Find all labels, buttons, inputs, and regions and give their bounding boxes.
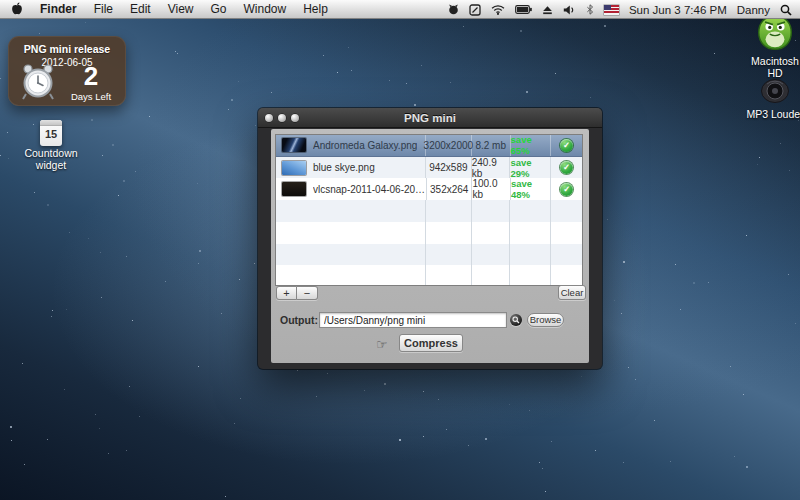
window-close-button[interactable] — [265, 114, 273, 122]
file-dimensions: 942x589 — [429, 162, 467, 173]
desktop-icon-macintosh-hd[interactable]: Macintosh HD — [745, 12, 800, 79]
mp3-louder-label: MP3 Louder — [745, 109, 800, 121]
check-icon[interactable]: ✓ — [560, 183, 573, 196]
file-size: 100.0 kb — [472, 178, 510, 200]
remove-file-button[interactable]: − — [297, 286, 318, 300]
menu-clock[interactable]: Sun Jun 3 7:46 PM — [629, 4, 727, 16]
eject-icon[interactable] — [542, 5, 553, 15]
calendar-day: 15 — [40, 126, 62, 143]
file-save-percent: save 65% — [511, 134, 551, 156]
file-save-percent: save 29% — [510, 157, 550, 179]
menu-view[interactable]: View — [168, 2, 194, 16]
desktop: Finder File Edit View Go Window Help — [0, 0, 800, 500]
file-dimensions: 352x264 — [430, 184, 468, 195]
wifi-icon[interactable] — [491, 4, 505, 15]
clear-button[interactable]: Clear — [558, 285, 586, 300]
file-size: 240.9 kb — [472, 157, 510, 179]
empty-table-row — [276, 200, 582, 222]
window-title: PNG mini — [404, 112, 456, 124]
table-row[interactable]: Andromeda Galaxy.png 3200x2000 8.2 mb sa… — [276, 135, 582, 157]
menu-edit[interactable]: Edit — [130, 2, 151, 16]
monster-drive-icon — [754, 42, 796, 54]
window-zoom-button[interactable] — [291, 114, 299, 122]
bluetooth-icon[interactable] — [586, 4, 594, 15]
check-icon[interactable]: ✓ — [560, 161, 573, 174]
output-row: Output: Browse — [271, 312, 589, 328]
calendar-icon: 15 — [40, 120, 62, 146]
output-label: Output: — [280, 314, 316, 326]
window-titlebar[interactable]: PNG mini — [258, 108, 602, 128]
menu-user[interactable]: Danny — [737, 4, 770, 16]
us-flag-icon[interactable] — [604, 5, 619, 15]
widget-days-value: 2 — [60, 62, 122, 90]
file-table: Andromeda Galaxy.png 3200x2000 8.2 mb sa… — [275, 134, 583, 286]
compress-button[interactable]: Compress — [399, 334, 463, 352]
browse-button[interactable]: Browse — [527, 313, 564, 327]
speaker-icon — [758, 95, 792, 107]
file-name: blue skye.png — [313, 162, 375, 173]
menu-window[interactable]: Window — [244, 2, 287, 16]
file-dimensions: 3200x2000 — [424, 140, 474, 151]
desktop-icon-countdown-widget[interactable]: 15 Countdown widget — [13, 120, 89, 171]
alarm-clock-icon — [18, 60, 58, 106]
growl-icon[interactable] — [448, 4, 459, 15]
widget-title: PNG mini release — [8, 36, 126, 55]
file-thumbnail — [282, 161, 306, 175]
countdown-label-line1: Countdown — [13, 148, 89, 160]
desktop-icon-mp3-louder[interactable]: MP3 Louder — [745, 78, 800, 121]
empty-table-row — [276, 244, 582, 266]
window-content-panel: Andromeda Galaxy.png 3200x2000 8.2 mb sa… — [271, 129, 589, 363]
menu-help[interactable]: Help — [303, 2, 328, 16]
empty-table-row — [276, 265, 582, 286]
table-row[interactable]: blue skye.png 942x589 240.9 kb save 29% … — [276, 157, 582, 179]
reveal-in-finder-icon[interactable] — [510, 314, 522, 326]
widget-days-label: Days Left — [60, 91, 122, 102]
pointing-hand-icon: ☞ — [376, 337, 388, 352]
file-thumbnail — [282, 182, 306, 196]
countdown-label-line2: widget — [13, 160, 89, 172]
volume-icon[interactable] — [563, 5, 576, 15]
compress-row: ☞ Compress — [271, 334, 589, 356]
window-minimize-button[interactable] — [278, 114, 286, 122]
file-save-percent: save 48% — [511, 178, 550, 200]
table-row[interactable]: vlcsnap-2011-04-06-20h40m36s165.png 352x… — [276, 178, 582, 200]
menu-file[interactable]: File — [94, 2, 113, 16]
file-thumbnail — [282, 138, 306, 152]
battery-icon[interactable] — [515, 5, 532, 14]
file-name: Andromeda Galaxy.png — [313, 140, 417, 151]
menu-app-name[interactable]: Finder — [40, 2, 77, 16]
menu-go[interactable]: Go — [211, 2, 227, 16]
macintosh-hd-label-line1: Macintosh — [745, 56, 800, 68]
file-name: vlcsnap-2011-04-06-20h40m36s165.png — [313, 184, 426, 195]
apple-menu-icon[interactable] — [11, 2, 23, 16]
countdown-widget[interactable]: PNG mini release 2012-06-05 2 Days Left — [8, 36, 126, 106]
empty-table-row — [276, 222, 582, 244]
add-file-button[interactable]: + — [276, 286, 297, 300]
spotlight-icon[interactable] — [780, 4, 792, 16]
check-icon[interactable]: ✓ — [560, 139, 573, 152]
file-size: 8.2 mb — [475, 140, 506, 151]
menu-bar: Finder File Edit View Go Window Help — [0, 0, 800, 19]
input-source-icon[interactable] — [469, 4, 481, 16]
output-path-input[interactable] — [319, 312, 507, 328]
png-mini-window: PNG mini Andromeda Galaxy.png 3200x2000 … — [258, 108, 602, 369]
